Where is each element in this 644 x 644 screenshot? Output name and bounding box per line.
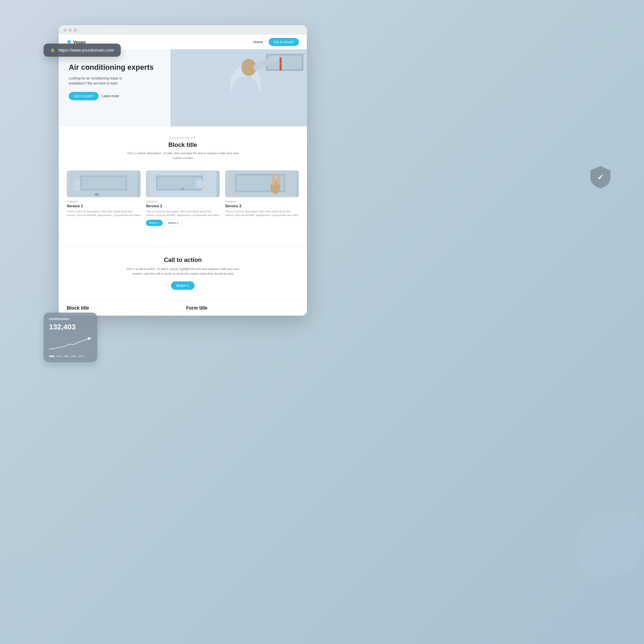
stats-chart xyxy=(49,335,92,352)
service-image-1 xyxy=(67,170,141,197)
service-1-name: Service 1 xyxy=(67,204,141,208)
hero-content: Air conditioning experts Looking for air… xyxy=(59,49,307,126)
service-image-svg-1 xyxy=(67,170,141,197)
stats-dots xyxy=(49,356,92,357)
svg-rect-17 xyxy=(158,177,201,189)
website-content: ❄ Vegas Home Get in touch! Air condition… xyxy=(59,35,307,316)
browser-mockup: ❄ Vegas Home Get in touch! Air condition… xyxy=(59,25,307,316)
service-card-2: Category Service 2 This is a service des… xyxy=(146,170,220,226)
stats-dot-4 xyxy=(71,356,76,357)
svg-rect-26 xyxy=(277,174,280,184)
service-image-svg-3 xyxy=(225,170,299,197)
svg-point-13 xyxy=(94,193,100,196)
services-grid: Category Service 1 This is a service des… xyxy=(67,170,299,226)
shield-icon: ✓ xyxy=(589,164,612,190)
url-bar: 🔒 https://www.yourdomain.com xyxy=(44,44,121,57)
block-section: SUPERSCRIPT Block title This is a block … xyxy=(67,137,299,160)
hero-learn-more-button[interactable]: Learn more xyxy=(102,94,119,98)
block-title: Block title xyxy=(67,142,299,149)
stats-bar-indicator xyxy=(49,318,69,320)
service-2-btn2[interactable]: Button 2 xyxy=(165,220,182,226)
svg-rect-20 xyxy=(202,185,207,192)
browser-dots xyxy=(63,29,77,32)
browser-chrome xyxy=(59,25,307,35)
browser-dot-3 xyxy=(73,29,77,32)
hero-subtitle: Looking for air conditioning repair or i… xyxy=(69,76,136,86)
stats-number: 132,403 xyxy=(49,323,92,331)
decorative-blob-1 xyxy=(577,510,644,577)
bottom-partial: Block title Form title xyxy=(59,300,307,316)
nav-home-link[interactable]: Home xyxy=(253,40,263,44)
service-2-name: Service 2 xyxy=(146,204,220,208)
service-2-btn1[interactable]: Button 1 xyxy=(146,220,163,226)
bottom-partial-grid: Block title Form title xyxy=(67,305,299,311)
bottom-form-section: Form title xyxy=(186,305,299,311)
browser-dot-2 xyxy=(68,29,72,32)
svg-point-18 xyxy=(181,188,185,190)
site-main: SUPERSCRIPT Block title This is a block … xyxy=(59,126,307,246)
decorative-blob-2 xyxy=(0,557,54,610)
cta-title: Call to action xyxy=(67,257,299,264)
browser-dot-1 xyxy=(63,29,67,32)
svg-rect-12 xyxy=(82,177,125,189)
service-image-svg-2 xyxy=(146,170,220,197)
cta-button[interactable]: Button 1 xyxy=(171,281,194,290)
svg-rect-14 xyxy=(73,180,80,191)
service-card-3: Category Service 3 This is a service des… xyxy=(225,170,299,226)
service-3-category: Category xyxy=(225,200,299,203)
service-2-category: Category xyxy=(146,200,220,203)
service-2-desc: This is a service description. Add more … xyxy=(146,210,220,217)
hero-cta-button[interactable]: Get in touch! xyxy=(69,92,99,100)
block-desc: This is a block description. To edit, cl… xyxy=(122,151,243,160)
hero-section: Air conditioning experts Looking for air… xyxy=(59,49,307,126)
nav-cta-button[interactable]: Get in touch! xyxy=(269,38,299,46)
service-2-buttons: Button 1 Button 2 xyxy=(146,220,220,226)
svg-text:✓: ✓ xyxy=(597,173,603,181)
bottom-block-section: Block title xyxy=(67,305,179,311)
lock-icon: 🔒 xyxy=(50,48,55,52)
service-card-1: Category Service 1 This is a service des… xyxy=(67,170,141,226)
bottom-form-title: Form title xyxy=(186,305,299,311)
hero-buttons: Get in touch! Learn more xyxy=(69,92,297,100)
stats-card: 132,403 xyxy=(44,313,97,362)
stats-dot-2 xyxy=(56,356,62,357)
service-image-2 xyxy=(146,170,220,197)
url-text: https://www.yourdomain.com xyxy=(58,48,114,53)
service-1-desc: This is a service description. Add more … xyxy=(67,210,141,217)
security-badge: ✓ xyxy=(589,164,612,190)
stats-dot-3 xyxy=(64,356,69,357)
svg-point-0 xyxy=(88,337,90,340)
service-1-category: Category xyxy=(67,200,141,203)
superscript-label: SUPERSCRIPT xyxy=(67,137,299,140)
service-3-name: Service 3 xyxy=(225,204,299,208)
bottom-block-title: Block title xyxy=(67,305,179,311)
nav-links: Home Get in touch! xyxy=(253,38,299,46)
hero-title: Air conditioning experts xyxy=(69,63,297,72)
service-image-3 xyxy=(225,170,299,197)
service-3-desc: This is a service description. Add more … xyxy=(225,210,299,217)
stats-dot-5 xyxy=(78,356,84,357)
stats-dot-1 xyxy=(49,356,54,357)
cta-section: Call to action This is a call to action.… xyxy=(59,246,307,300)
svg-rect-25 xyxy=(272,174,275,185)
cta-desc: This is a call to action. To edit it, si… xyxy=(122,267,243,276)
